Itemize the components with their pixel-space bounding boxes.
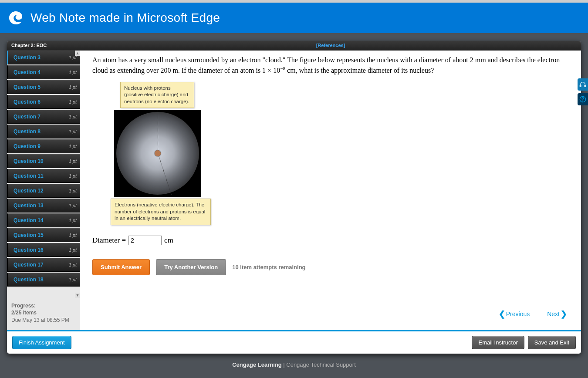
chevron-left-icon: ❮ (499, 309, 505, 319)
question-label: Question 12 (14, 188, 44, 194)
question-label: Question 7 (14, 114, 41, 120)
submit-answer-button[interactable]: Submit Answer (92, 259, 150, 275)
question-points: 1 pt (69, 159, 77, 164)
question-points: 1 pt (69, 277, 77, 282)
footer-support-link[interactable]: Cengage Technical Support (286, 361, 356, 368)
question-label: Question 15 (14, 232, 44, 238)
sidebar-item-question[interactable]: Question 181 pt (7, 273, 80, 287)
sidebar-item-question[interactable]: Question 141 pt (7, 213, 80, 227)
atom-image (114, 110, 201, 197)
svg-rect-0 (580, 85, 581, 87)
next-link[interactable]: Next ❯ (547, 309, 567, 319)
sidebar-item-question[interactable]: Question 31 pt (7, 51, 80, 64)
question-label: Question 13 (14, 202, 44, 209)
answer-unit: cm (164, 236, 173, 245)
footer-brand: Cengage Learning (232, 361, 281, 368)
question-points: 1 pt (69, 99, 77, 105)
try-another-button[interactable]: Try Another Version (156, 259, 226, 275)
answer-row: Diameter = cm (92, 236, 569, 245)
references-link[interactable]: [References] (80, 41, 581, 51)
question-text: An atom has a very small nucleus surroun… (92, 55, 569, 76)
question-label: Question 9 (14, 143, 41, 149)
sidebar-item-question[interactable]: Question 71 pt (7, 110, 80, 124)
save-and-exit-button[interactable]: Save and Exit (528, 336, 576, 349)
question-points: 1 pt (69, 70, 77, 75)
edge-title: Web Note made in Microsoft Edge (30, 11, 220, 25)
question-label: Question 16 (14, 247, 44, 253)
question-points: 1 pt (69, 84, 77, 90)
figure: Nucleus with protons (positive electric … (114, 82, 240, 225)
question-label: Question 14 (14, 217, 44, 223)
footer-bar: Finish Assignment Email Instructor Save … (7, 330, 581, 354)
headset-icon[interactable] (578, 78, 588, 91)
svg-rect-1 (585, 85, 586, 87)
edge-logo-icon (8, 10, 24, 26)
question-label: Question 18 (14, 277, 44, 283)
question-points: 1 pt (69, 203, 77, 208)
sidebar-item-question[interactable]: Question 61 pt (7, 95, 80, 109)
svg-point-3 (582, 101, 583, 101)
question-points: 1 pt (69, 262, 77, 267)
attempts-remaining: 10 item attempts remaining (232, 264, 305, 270)
progress-label: Progress: (11, 303, 36, 309)
progress-value: 2/25 items (11, 310, 37, 316)
scroll-down-icon[interactable]: ▼ (75, 293, 80, 298)
question-points: 1 pt (69, 129, 77, 134)
chapter-label: Chapter 2: EOC (7, 41, 80, 51)
question-label: Question 6 (14, 99, 41, 105)
action-row: Submit Answer Try Another Version 10 ite… (92, 259, 569, 275)
callout-electrons: Electrons (negative electric charge). Th… (111, 199, 211, 225)
side-tools (578, 78, 588, 105)
sidebar-item-question[interactable]: Question 131 pt (7, 199, 80, 213)
nucleus-icon (155, 150, 161, 156)
question-points: 1 pt (69, 173, 77, 179)
top-bar: Chapter 2: EOC [References] (7, 41, 581, 51)
page-footer: Cengage Learning | Cengage Technical Sup… (7, 354, 581, 368)
question-label: Question 11 (14, 173, 44, 179)
email-instructor-button[interactable]: Email Instructor (472, 336, 524, 349)
sidebar-item-question[interactable]: Question 91 pt (7, 139, 80, 153)
sidebar-item-question[interactable]: Question 81 pt (7, 125, 80, 138)
sidebar-item-question[interactable]: Question 101 pt (7, 154, 80, 168)
callout-nucleus: Nucleus with protons (positive electric … (120, 82, 194, 108)
question-points: 1 pt (69, 233, 77, 238)
question-label: Question 17 (14, 262, 44, 268)
question-points: 1 pt (69, 144, 77, 149)
sidebar-item-question[interactable]: Question 51 pt (7, 80, 80, 94)
previous-link[interactable]: ❮ Previous (499, 309, 530, 319)
sidebar-item-question[interactable]: Question 111 pt (7, 169, 80, 183)
question-points: 1 pt (69, 247, 77, 253)
nav-row: ❮ Previous Next ❯ (92, 305, 569, 326)
sidebar-item-question[interactable]: Question 121 pt (7, 184, 80, 198)
sidebar-item-question[interactable]: Question 41 pt (7, 65, 80, 79)
sidebar-item-question[interactable]: Question 161 pt (7, 243, 80, 257)
question-content: An atom has a very small nucleus surroun… (80, 51, 581, 330)
question-list[interactable]: ▲ Question 31 ptQuestion 41 ptQuestion 5… (7, 51, 80, 298)
question-label: Question 3 (14, 54, 41, 61)
help-icon[interactable] (578, 93, 588, 105)
question-label: Question 4 (14, 69, 41, 75)
scroll-up-icon[interactable]: ▲ (75, 51, 80, 56)
question-label: Question 10 (14, 158, 44, 164)
question-points: 1 pt (69, 188, 77, 193)
diameter-input[interactable] (128, 236, 162, 245)
sidebar-item-question[interactable]: Question 151 pt (7, 228, 80, 242)
question-points: 1 pt (69, 218, 77, 223)
progress-box: Progress: 2/25 items Due May 13 at 08:55… (7, 298, 80, 330)
due-date: Due May 13 at 08:55 PM (11, 317, 69, 323)
app-container: Chapter 2: EOC [References] ▲ Question 3… (7, 41, 581, 354)
question-sidebar: ▲ Question 31 ptQuestion 41 ptQuestion 5… (7, 51, 80, 330)
chevron-right-icon: ❯ (561, 309, 567, 319)
answer-label: Diameter = (92, 236, 126, 245)
question-label: Question 8 (14, 128, 41, 135)
sidebar-item-question[interactable]: Question 171 pt (7, 258, 80, 272)
finish-assignment-button[interactable]: Finish Assignment (12, 336, 71, 349)
question-points: 1 pt (69, 114, 77, 119)
question-label: Question 5 (14, 84, 41, 90)
edge-header: Web Note made in Microsoft Edge (0, 0, 588, 33)
